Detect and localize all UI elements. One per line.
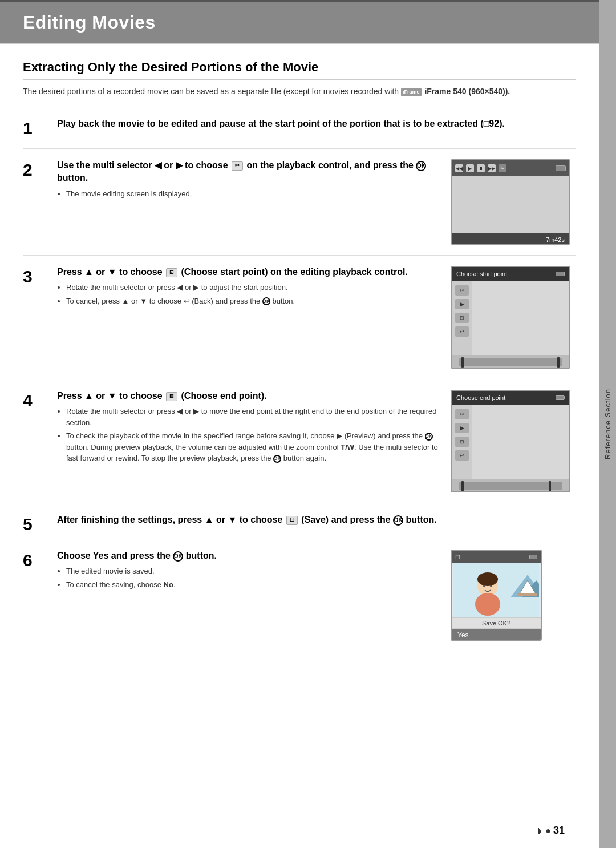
step-2-content: Use the multi selector ◀ or ▶ to choose … <box>51 159 576 245</box>
timeline-handle-right <box>557 357 560 368</box>
svg-point-9 <box>490 585 492 587</box>
step-3-number: 3 <box>23 266 51 286</box>
screen3-controls: ✂ ▶ ⊟ ↩ <box>452 405 472 479</box>
save-ok-label: Save OK? <box>452 618 541 629</box>
screen3-timeline-area <box>452 479 569 492</box>
ctrl-icon-play2: ▶ <box>455 299 469 309</box>
choose-end-icon: ⊟ <box>166 392 177 401</box>
ctrl-icon-scissors3: ✂ <box>455 409 469 419</box>
step-3-main: Press ▲ or ▼ to choose ⊡ (Choose start p… <box>57 266 576 369</box>
camera-screen-1: ◀◀ ▶ ⏸ ▶▶ ✂ <box>451 159 570 245</box>
ctrl-icon-save2: ↩ <box>455 326 469 337</box>
step-6-content: Choose Yes and press the OK button. The … <box>51 550 576 641</box>
screen1-time: 7m42s <box>546 236 565 243</box>
ctrl-rewind: ◀◀ <box>455 164 463 172</box>
screen2-battery <box>556 272 565 276</box>
screen3-battery <box>556 395 565 400</box>
screen4-menu: Save OK? Yes No <box>452 617 541 641</box>
ctrl-icon-scissors2: ✂ <box>455 285 469 296</box>
step-5-row: 5 After finishing the settings, press ▲ … <box>23 503 576 539</box>
svg-point-8 <box>483 585 485 587</box>
screen3-label: Choose end point <box>456 394 505 401</box>
ctrl-play: ▶ <box>466 164 474 172</box>
save-icon-5: ☐ <box>286 516 298 525</box>
screen4-battery <box>529 555 537 559</box>
step-4-title: Press ▲ or ▼ to choose ⊟ (Choose end poi… <box>57 390 439 402</box>
trim-icon: ✂ <box>232 161 243 171</box>
screen4-preview <box>452 563 541 617</box>
ok-icon-6: OK <box>173 551 183 562</box>
step-2-bullets: The movie editing screen is displayed. <box>57 188 439 200</box>
step-3-image: Choose start point ✂ ▶ ⊡ ↩ <box>451 266 576 369</box>
step-3-row: 3 Press ▲ or ▼ to choose ⊡ (Choose start… <box>23 255 576 379</box>
intro-text: The desired portions of a recorded movie… <box>23 86 576 98</box>
save-yes-item[interactable]: Yes <box>452 629 541 641</box>
step-6-row: 6 Choose Yes and press the OK button. <box>23 539 576 651</box>
ok-icon-3b: OK <box>262 297 270 305</box>
page-title: Editing Movies <box>23 12 576 33</box>
iframe-icon: iFrame <box>401 88 422 97</box>
choose-start-icon: ⊡ <box>166 268 177 277</box>
screen3-preview <box>472 405 569 479</box>
svg-rect-4 <box>517 593 537 596</box>
footer-icon: ⏵● <box>536 826 551 836</box>
screen2-timeline <box>459 358 562 366</box>
step-2-image: ◀◀ ▶ ⏸ ▶▶ ✂ <box>451 159 576 245</box>
ok-icon-5: OK <box>393 515 403 526</box>
svg-point-6 <box>477 572 498 586</box>
page-header: Editing Movies <box>0 0 599 43</box>
save-icon-thumb: ☐ <box>455 554 460 560</box>
step-3-title: Press ▲ or ▼ to choose ⊡ (Choose start p… <box>57 266 439 278</box>
camera-screen-4: ☐ <box>451 550 542 641</box>
ctrl-pause: ⏸ <box>477 164 485 172</box>
screen1-bottom-bar: 7m42s <box>452 233 569 245</box>
step-2-number: 2 <box>23 159 51 180</box>
ok-icon-4: OK <box>425 433 433 441</box>
ok-icon-4b: OK <box>273 455 281 463</box>
step-6-bullet-2: To cancel the saving, choose No. <box>66 579 439 591</box>
screen1-controls: ◀◀ ▶ ⏸ ▶▶ ✂ <box>455 164 506 172</box>
step-6-image: ☐ <box>451 550 576 641</box>
screen2-main: ✂ ▶ ⊡ ↩ <box>452 281 569 355</box>
screen2-timeline-area <box>452 355 569 369</box>
svg-point-7 <box>475 593 500 616</box>
step-4-main: Press ▲ or ▼ to choose ⊟ (Choose end poi… <box>57 390 576 492</box>
step-3-bullet-2: To cancel, press ▲ or ▼ to choose ↩ (Bac… <box>66 296 439 307</box>
step-6-main: Choose Yes and press the OK button. The … <box>57 550 576 641</box>
step-5-number: 5 <box>23 514 51 534</box>
step-2-row: 2 Use the multi selector ◀ or ▶ to choos… <box>23 148 576 255</box>
step-4-bullet-1: Rotate the multi selector or press ◀ or … <box>66 406 439 428</box>
step-3-content: Press ▲ or ▼ to choose ⊡ (Choose start p… <box>51 266 576 369</box>
camera-screen-3: Choose end point ✂ ▶ ⊟ ↩ <box>451 390 570 492</box>
step-4-image: Choose end point ✂ ▶ ⊟ ↩ <box>451 390 576 492</box>
step-5-title: After finishing the settings, press ▲ or… <box>57 514 576 526</box>
step-4-row: 4 Press ▲ or ▼ to choose ⊟ (Choose end p… <box>23 379 576 503</box>
ok-button-icon-2: OK <box>416 161 426 171</box>
steps-container: 1 Play back the movie to be edited and p… <box>23 107 576 651</box>
timeline-handle3-left <box>461 481 464 491</box>
ctrl-icon-trim2: ⊡ <box>455 313 469 323</box>
screen1-top-bar: ◀◀ ▶ ⏸ ▶▶ ✂ <box>452 160 569 176</box>
ctrl-icon-play3: ▶ <box>455 423 469 433</box>
timeline-handle-left <box>461 357 464 368</box>
page-number: 31 <box>553 825 565 837</box>
step-3-text: Press ▲ or ▼ to choose ⊡ (Choose start p… <box>57 266 439 309</box>
timeline-handle3-right <box>549 481 551 491</box>
screen1-battery <box>556 165 566 171</box>
ctrl-icon-trim3: ⊟ <box>455 437 469 447</box>
step-4-content: Press ▲ or ▼ to choose ⊟ (Choose end poi… <box>51 390 576 492</box>
step-3-bullets: Rotate the multi selector or press ◀ or … <box>57 282 439 306</box>
page-footer: ⏵● 31 <box>536 825 565 837</box>
step-6-bullets: The edited movie is saved. To cancel the… <box>57 566 439 590</box>
step-3-bullet-1: Rotate the multi selector or press ◀ or … <box>66 282 439 293</box>
step-1-title: Play back the movie to be edited and pau… <box>57 118 576 130</box>
ref-sidebar-label: Reference Section <box>603 389 612 459</box>
screen3-timeline <box>459 482 562 490</box>
screen2-preview <box>472 281 569 355</box>
content-area: Extracting Only the Desired Portions of … <box>0 43 599 667</box>
step-6-bullet-1: The edited movie is saved. <box>66 566 439 577</box>
step-2-title: Use the multi selector ◀ or ▶ to choose … <box>57 159 439 185</box>
step-1-content: Play back the movie to be edited and pau… <box>51 118 576 134</box>
step-4-bullet-2: To check the playback of the movie in th… <box>66 430 439 464</box>
screen3-main: ✂ ▶ ⊟ ↩ <box>452 405 569 479</box>
